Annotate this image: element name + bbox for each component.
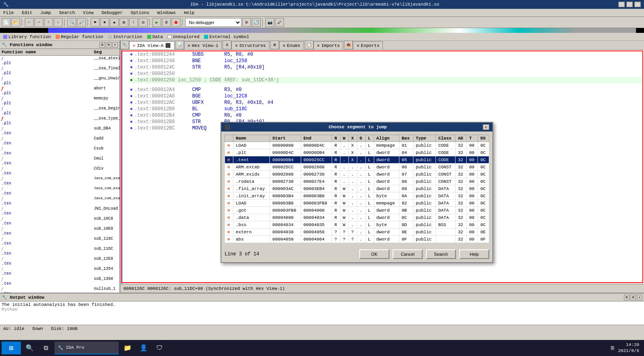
list-item[interactable]: 𝑓 abort.plt	[0, 86, 119, 96]
minimize-button[interactable]: ─	[618, 2, 625, 7]
menu-edit[interactable]: Edit	[20, 10, 34, 16]
taskbar-task-view[interactable]: ⧉	[38, 342, 53, 354]
menu-view[interactable]: View	[81, 10, 95, 16]
output-close-btn[interactable]: ✕	[637, 295, 642, 300]
toolbar-new[interactable]: 📄	[2, 18, 10, 27]
debugger-dropdown[interactable]: No debugger	[185, 18, 241, 27]
output-dock-btn[interactable]: ⊟	[630, 295, 636, 300]
table-row[interactable]: ⊕ .rodata 00002730 000027E4 R...L dword0…	[225, 178, 489, 185]
tab-close-ida[interactable]: ✕	[133, 43, 136, 48]
taskbar-search-btn[interactable]: 🔍	[22, 342, 37, 354]
toolbar-debug2[interactable]: 🔄	[252, 18, 261, 27]
output-float-btn[interactable]: ⊡	[624, 295, 630, 300]
list-item[interactable]: 𝑓 __gnu_Unwind_Find_exidx.plt	[0, 76, 119, 86]
toolbar-search1[interactable]: 🔍	[67, 18, 76, 27]
list-item[interactable]: 𝑓 __oxa_finalize.plt	[0, 66, 119, 76]
menu-search[interactable]: Search	[57, 10, 77, 16]
list-item[interactable]: 𝑓 __oxa_atexit.plt	[0, 56, 119, 66]
toolbar-snap[interactable]: 📷	[265, 18, 274, 27]
toolbar-pause[interactable]: ⏸	[162, 18, 171, 27]
panel-icon[interactable]: 🔧	[120, 40, 129, 49]
toolbar-debug1[interactable]: ⚙	[242, 18, 251, 27]
dialog-cancel-button[interactable]: Cancel	[393, 249, 423, 259]
taskbar-file-explorer[interactable]: 📁	[120, 342, 135, 354]
list-item[interactable]: 𝑓 sub_118C.tex	[0, 236, 119, 246]
tab-close-hex[interactable]: ✕	[188, 43, 190, 48]
table-row[interactable]: ⊕ .plt 00000D4C 000D0DB4 R.X.L dword04pu…	[225, 149, 489, 156]
list-item[interactable]: 𝑓 sub_11DC.tex	[0, 246, 119, 256]
menu-file[interactable]: File	[2, 10, 15, 16]
table-row[interactable]: ⊕ LOAD 000003B8 000003FB8 RW..L mempage0…	[225, 200, 489, 207]
toolbar-search2[interactable]: 🔎	[77, 18, 86, 27]
list-item[interactable]: 𝑓 sub_10C8.tex	[0, 216, 119, 226]
tab-close-exp[interactable]: ✕	[356, 43, 359, 48]
table-row[interactable]: ⊕ .got 000003FB8 00004000 RW..L dword0Bp…	[225, 207, 489, 214]
menu-help[interactable]: Help	[182, 10, 196, 16]
toolbar-up[interactable]: ↑	[44, 18, 53, 27]
tab-ida-view[interactable]: ✕ IDA View-A ⬛	[129, 41, 174, 49]
tab-hex-view[interactable]: ✕ Hex View-1	[184, 41, 222, 49]
table-row[interactable]: ⊕ .data 00004000 00004034 RW..L dword0Cp…	[225, 214, 489, 221]
func-list[interactable]: 𝑓 __oxa_atexit.plt 𝑓 __oxa_finalize.plt …	[0, 56, 119, 293]
close-button[interactable]: ✕	[634, 2, 641, 7]
panel-close-btn[interactable]: ✕	[112, 42, 118, 48]
tab-close-enum[interactable]: ✕	[283, 43, 286, 48]
panel-float-btn[interactable]: ⊡	[99, 42, 105, 48]
table-row[interactable]: ⊕ .text 000000B4 000025CC R.X.L dword05p…	[225, 156, 489, 164]
list-item[interactable]: 𝑓 sub_1368.tex	[0, 276, 119, 286]
table-row[interactable]: ⊕ .fini_array 000003AC 00003EB4 RW..L dw…	[225, 185, 489, 192]
start-button[interactable]: ⊞	[2, 342, 21, 354]
toolbar-run[interactable]: ▶	[152, 18, 161, 27]
tab-structures[interactable]: ✕ Structures	[231, 41, 269, 49]
code-content[interactable]: ● .text:00001244 SUBS R5, R0, #0 ● .text…	[120, 50, 644, 284]
menu-jump[interactable]: Jump	[39, 10, 53, 16]
dialog-ok-button[interactable]: OK	[359, 249, 389, 259]
list-item[interactable]: 𝑓 sub_10E0.tex	[0, 226, 119, 236]
table-row[interactable]: ⊕ LOAD 00000000 00000D4C R.X.L mempage01…	[225, 142, 489, 149]
tab-close-imp[interactable]: ✕	[317, 43, 320, 48]
list-item[interactable]: 𝑓 Csub.tex	[0, 146, 119, 156]
list-item[interactable]: 𝑓 sub_1354.tex	[0, 266, 119, 276]
list-item[interactable]: 𝑓 Java_com_example_javandk1_MainActivit.…	[0, 196, 119, 206]
dialog-search-button[interactable]: Search	[426, 249, 456, 259]
list-item[interactable]: 𝑓 __oxa_type_match.plt	[0, 116, 119, 126]
taskbar-ida-app[interactable]: 🔧 IDA Pro	[55, 342, 119, 354]
toolbar-open[interactable]: 📂	[11, 18, 20, 27]
tab-enums[interactable]: ✕ Enums	[279, 41, 304, 49]
toolbar-fwd[interactable]: →	[34, 18, 43, 27]
tab-close-struct[interactable]: ✕	[235, 43, 238, 48]
table-row[interactable]: ⊕ extern 00004038 00004058 ???.L dword0E…	[225, 229, 489, 236]
dialog-help-button[interactable]: Help	[459, 249, 489, 259]
list-item[interactable]: 𝑓 memcpy.plt	[0, 96, 119, 106]
panel-dock-btn[interactable]: ⊟	[106, 42, 111, 48]
dialog-close-button[interactable]: ✕	[483, 124, 489, 130]
list-item[interactable]: 𝑓 Java_com_example_javandk1_MainActivit.…	[0, 186, 119, 196]
menu-options[interactable]: Options	[129, 10, 151, 16]
list-item[interactable]: 𝑓 Cmul.tex	[0, 156, 119, 166]
taskbar-user-icon[interactable]: 👤	[136, 342, 151, 354]
list-item[interactable]: 𝑓 Java_com_example_javandk1_MainActivit.…	[0, 176, 119, 186]
list-item[interactable]: 𝑓 JNI_OnLoad.tex	[0, 206, 119, 216]
list-item[interactable]: 𝑓 sub_12E8.tex	[0, 256, 119, 266]
list-item[interactable]: 𝑓 Cdiv.tex	[0, 166, 119, 176]
table-row[interactable]: ⊕ .bss 00004034 00004035 RW..L byte0Dpub…	[225, 221, 489, 229]
toolbar-b1[interactable]: ◈	[110, 18, 119, 27]
list-item[interactable]: 𝑓 nullsub_1.tex	[0, 286, 119, 293]
menu-windows[interactable]: Windows	[156, 10, 177, 16]
list-item[interactable]: 𝑓 __oxa_begin_cleanup.plt	[0, 106, 119, 116]
maximize-button[interactable]: □	[626, 2, 633, 7]
toolbar-down[interactable]: ↓	[54, 18, 63, 27]
tab-exports[interactable]: ✕ Exports	[353, 41, 383, 49]
toolbar-snap2[interactable]: 🖊	[275, 18, 284, 27]
menu-debugger[interactable]: Debugger	[100, 10, 124, 16]
toolbar-b3[interactable]: ↕	[129, 18, 138, 27]
toolbar-stop[interactable]: ⏹	[172, 18, 180, 27]
toolbar-b4[interactable]: ⊟	[139, 18, 148, 27]
table-row[interactable]: ⊕ .init_array 000003B4 000003B8 RW..L by…	[225, 192, 489, 200]
list-item[interactable]: 𝑓 sub_DB4.tex	[0, 126, 119, 136]
list-item[interactable]: 𝑓 Cadd.tex	[0, 136, 119, 146]
toolbar-back[interactable]: ←	[25, 18, 34, 27]
toolbar-cross[interactable]: ✖	[100, 18, 109, 27]
table-row[interactable]: ⊕ abs 00004058 00004064 ???.L dword0Fpub…	[225, 236, 489, 243]
table-row[interactable]: ⊕ ARM.extab 000025CC 00002608 R...L dwor…	[225, 164, 489, 171]
